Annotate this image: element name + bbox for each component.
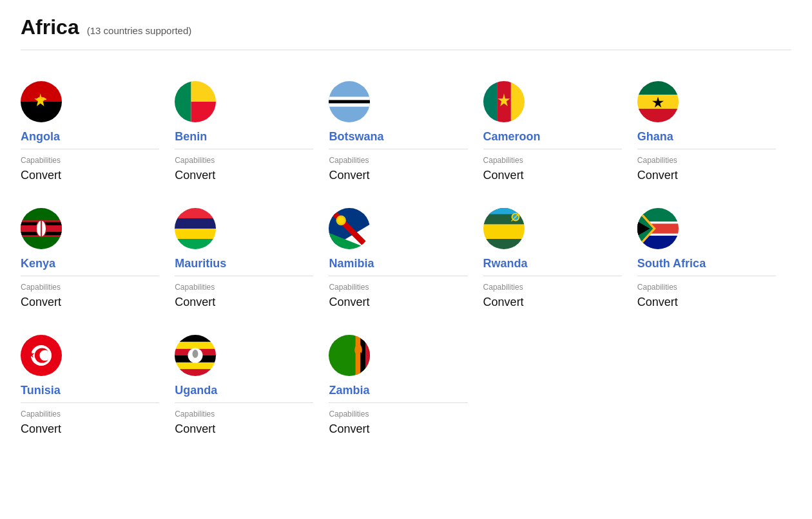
flag-cameroon xyxy=(483,81,525,122)
flag-south_africa xyxy=(637,208,679,249)
flag-rwanda xyxy=(483,208,525,249)
svg-rect-37 xyxy=(483,225,525,239)
flag-tunisia xyxy=(21,335,62,376)
card-divider-zambia xyxy=(329,402,467,403)
country-card-cameroon: CameroonCapabilitiesConvert xyxy=(483,71,637,198)
country-card-botswana: BotswanaCapabilitiesConvert xyxy=(329,71,483,198)
svg-rect-68 xyxy=(365,335,370,376)
svg-rect-7 xyxy=(329,100,370,103)
svg-rect-38 xyxy=(483,239,525,249)
card-divider-mauritius xyxy=(175,276,313,276)
card-divider-uganda xyxy=(175,402,313,403)
country-card-zambia: ZambiaCapabilitiesConvert xyxy=(329,325,483,451)
svg-rect-25 xyxy=(175,229,216,239)
svg-rect-11 xyxy=(510,81,524,122)
convert-label-zambia[interactable]: Convert xyxy=(329,422,369,435)
svg-rect-6 xyxy=(329,97,370,100)
card-divider-ghana xyxy=(637,149,776,149)
country-name-cameroon[interactable]: Cameroon xyxy=(483,130,622,144)
svg-rect-26 xyxy=(175,239,216,249)
card-divider-kenya xyxy=(21,276,159,276)
convert-label-namibia[interactable]: Convert xyxy=(329,296,369,308)
capabilities-label-benin: Capabilities xyxy=(175,156,313,165)
svg-rect-24 xyxy=(175,218,216,229)
capabilities-label-tunisia: Capabilities xyxy=(21,410,159,419)
flag-uganda xyxy=(175,335,216,376)
page-title: Africa xyxy=(21,15,79,39)
country-name-kenya[interactable]: Kenya xyxy=(21,257,159,270)
capabilities-label-uganda: Capabilities xyxy=(175,410,313,419)
svg-rect-60 xyxy=(175,363,216,369)
page-subtitle: (13 countries supported) xyxy=(87,25,192,36)
capabilities-label-cameroon: Capabilities xyxy=(483,156,622,165)
svg-point-54 xyxy=(39,350,50,361)
flag-namibia xyxy=(329,208,370,249)
country-name-zambia[interactable]: Zambia xyxy=(329,384,467,397)
country-name-south_africa[interactable]: South Africa xyxy=(637,257,776,270)
svg-rect-8 xyxy=(329,104,370,107)
capabilities-label-angola: Capabilities xyxy=(21,156,159,165)
card-divider-rwanda xyxy=(483,276,622,276)
country-name-benin[interactable]: Benin xyxy=(175,130,313,144)
flag-benin xyxy=(175,81,216,122)
convert-label-rwanda[interactable]: Convert xyxy=(483,296,524,308)
svg-rect-1 xyxy=(21,102,62,122)
svg-rect-66 xyxy=(356,335,361,376)
capabilities-label-south_africa: Capabilities xyxy=(637,283,776,292)
card-divider-south_africa xyxy=(637,276,776,276)
country-name-botswana[interactable]: Botswana xyxy=(329,130,467,144)
svg-rect-67 xyxy=(361,335,366,376)
country-card-ghana: GhanaCapabilitiesConvert xyxy=(637,71,791,198)
flag-botswana xyxy=(329,81,370,122)
country-card-south_africa: South AfricaCapabilitiesConvert xyxy=(637,198,791,325)
capabilities-label-kenya: Capabilities xyxy=(21,283,159,292)
convert-label-angola[interactable]: Convert xyxy=(21,169,61,182)
svg-rect-9 xyxy=(483,81,497,122)
convert-label-tunisia[interactable]: Convert xyxy=(21,422,61,435)
country-name-rwanda[interactable]: Rwanda xyxy=(483,257,622,270)
svg-rect-61 xyxy=(175,369,216,376)
flag-mauritius xyxy=(175,208,216,249)
convert-label-kenya[interactable]: Convert xyxy=(21,296,61,308)
header-divider xyxy=(21,50,791,50)
convert-label-south_africa[interactable]: Convert xyxy=(637,296,678,308)
country-name-angola[interactable]: Angola xyxy=(21,130,159,144)
svg-rect-13 xyxy=(637,81,679,95)
country-card-rwanda: RwandaCapabilitiesConvert xyxy=(483,198,637,325)
page-header: Africa (13 countries supported) xyxy=(21,15,791,39)
svg-rect-3 xyxy=(191,81,216,102)
svg-rect-56 xyxy=(175,335,216,342)
flag-ghana xyxy=(637,81,679,122)
card-divider-benin xyxy=(175,149,313,149)
country-name-namibia[interactable]: Namibia xyxy=(329,257,467,270)
convert-label-ghana[interactable]: Convert xyxy=(637,169,678,182)
convert-label-botswana[interactable]: Convert xyxy=(329,169,369,182)
svg-rect-4 xyxy=(191,102,216,122)
svg-rect-23 xyxy=(175,208,216,218)
convert-label-uganda[interactable]: Convert xyxy=(175,422,215,435)
capabilities-label-zambia: Capabilities xyxy=(329,410,467,419)
country-grid: AngolaCapabilitiesConvert BeninCapabilit… xyxy=(21,71,791,451)
flag-zambia xyxy=(329,335,370,376)
svg-point-63 xyxy=(193,350,198,358)
country-name-tunisia[interactable]: Tunisia xyxy=(21,384,159,397)
capabilities-label-mauritius: Capabilities xyxy=(175,283,313,292)
convert-label-cameroon[interactable]: Convert xyxy=(483,169,524,182)
country-card-namibia: NamibiaCapabilitiesConvert xyxy=(329,198,483,325)
convert-label-mauritius[interactable]: Convert xyxy=(175,296,215,308)
card-divider-namibia xyxy=(329,276,467,276)
capabilities-label-rwanda: Capabilities xyxy=(483,283,622,292)
country-name-mauritius[interactable]: Mauritius xyxy=(175,257,313,270)
country-card-benin: BeninCapabilitiesConvert xyxy=(175,71,329,198)
country-name-uganda[interactable]: Uganda xyxy=(175,384,313,397)
country-name-ghana[interactable]: Ghana xyxy=(637,130,776,144)
svg-rect-39 xyxy=(483,208,525,214)
card-divider-angola xyxy=(21,149,159,149)
country-card-tunisia: TunisiaCapabilitiesConvert xyxy=(21,325,175,451)
convert-label-benin[interactable]: Convert xyxy=(175,169,215,182)
svg-point-35 xyxy=(340,219,343,222)
country-card-mauritius: MauritiusCapabilitiesConvert xyxy=(175,198,329,325)
flag-kenya xyxy=(21,208,62,249)
card-divider-cameroon xyxy=(483,149,622,149)
svg-rect-15 xyxy=(637,109,679,122)
